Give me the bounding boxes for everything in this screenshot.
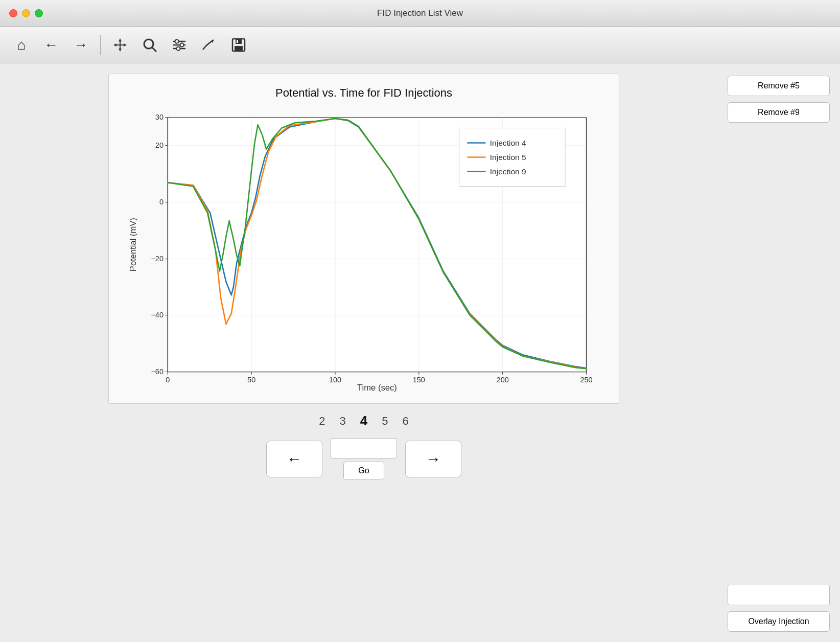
go-button[interactable]: Go xyxy=(343,462,384,480)
home-button[interactable]: ⌂ xyxy=(8,32,35,58)
next-page-button[interactable]: → xyxy=(405,441,461,477)
svg-text:−60: −60 xyxy=(151,368,164,376)
svg-rect-17 xyxy=(235,46,243,51)
svg-point-12 xyxy=(180,43,184,47)
pagination: 2 3 4 5 6 xyxy=(319,413,408,429)
move-tool-button[interactable] xyxy=(107,32,133,58)
svg-text:0: 0 xyxy=(159,198,164,206)
maximize-button[interactable] xyxy=(35,9,43,17)
title-bar: FID Injection List View xyxy=(0,0,840,27)
chart-area: Potential (mV) Time (sec) 30 xyxy=(119,107,609,393)
close-button[interactable] xyxy=(9,9,17,17)
chart-title: Potential vs. Time for FID Injections xyxy=(119,86,609,100)
window-title: FID Injection List View xyxy=(377,8,463,18)
window-controls xyxy=(9,9,43,17)
svg-text:250: 250 xyxy=(580,376,592,384)
sidebar-spacer xyxy=(728,129,830,579)
page-6[interactable]: 6 xyxy=(402,415,408,428)
nav-row: ← Go → xyxy=(266,438,461,480)
svg-text:Injection 9: Injection 9 xyxy=(490,167,526,176)
trend-tool-button[interactable] xyxy=(196,32,222,58)
svg-text:150: 150 xyxy=(413,376,425,384)
remove-5-button[interactable]: Remove #5 xyxy=(728,76,830,96)
page-5[interactable]: 5 xyxy=(382,415,388,428)
svg-text:30: 30 xyxy=(155,113,164,121)
right-panel: Remove #5 Remove #9 Overlay Injection xyxy=(728,74,830,632)
svg-text:−20: −20 xyxy=(151,255,164,263)
svg-line-7 xyxy=(152,48,156,52)
back-button[interactable]: ← xyxy=(38,32,64,58)
svg-text:Injection 4: Injection 4 xyxy=(490,139,526,147)
svg-text:Injection 5: Injection 5 xyxy=(490,153,526,162)
main-content: Potential vs. Time for FID Injections Po… xyxy=(0,63,840,642)
page-2[interactable]: 2 xyxy=(319,415,325,428)
svg-rect-18 xyxy=(237,40,238,43)
overlay-injection-button[interactable]: Overlay Injection xyxy=(728,611,830,632)
svg-point-11 xyxy=(175,39,179,43)
svg-rect-16 xyxy=(236,39,242,44)
toolbar: ⌂ ← → xyxy=(0,27,840,63)
svg-text:50: 50 xyxy=(247,376,255,384)
svg-text:Time (sec): Time (sec) xyxy=(357,383,397,393)
chart-container: Potential vs. Time for FID Injections Po… xyxy=(108,74,619,404)
go-input-wrap: Go xyxy=(331,438,397,480)
left-panel: Potential vs. Time for FID Injections Po… xyxy=(10,74,717,632)
save-tool-button[interactable] xyxy=(225,32,252,58)
svg-text:0: 0 xyxy=(166,376,170,384)
remove-9-button[interactable]: Remove #9 xyxy=(728,102,830,123)
forward-button[interactable]: → xyxy=(67,32,94,58)
overlay-injection-input[interactable] xyxy=(728,585,830,605)
svg-text:100: 100 xyxy=(329,376,341,384)
svg-text:20: 20 xyxy=(155,141,164,149)
svg-text:−40: −40 xyxy=(151,311,164,319)
zoom-tool-button[interactable] xyxy=(136,32,163,58)
svg-text:200: 200 xyxy=(497,376,509,384)
svg-point-13 xyxy=(177,47,180,50)
svg-text:Potential (mV): Potential (mV) xyxy=(128,218,138,271)
filter-tool-button[interactable] xyxy=(166,32,193,58)
svg-point-6 xyxy=(144,39,153,49)
page-3[interactable]: 3 xyxy=(340,415,346,428)
go-input[interactable] xyxy=(331,438,397,458)
minimize-button[interactable] xyxy=(22,9,30,17)
prev-page-button[interactable]: ← xyxy=(266,441,322,477)
page-4-active[interactable]: 4 xyxy=(360,413,367,429)
toolbar-divider xyxy=(100,35,101,55)
